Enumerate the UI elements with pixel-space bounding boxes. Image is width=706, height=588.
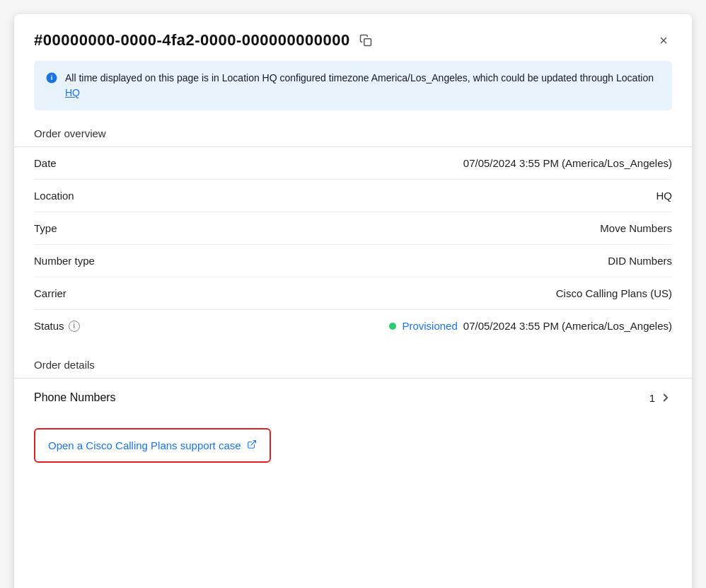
support-link-box[interactable]: Open a Cisco Calling Plans support case bbox=[34, 428, 271, 463]
overview-rows: Date 07/05/2024 3:55 PM (America/Los_Ang… bbox=[14, 147, 692, 342]
order-details-section: Order details bbox=[14, 342, 692, 371]
location-value: HQ bbox=[656, 190, 673, 202]
hq-link[interactable]: HQ bbox=[65, 87, 80, 98]
status-provisioned-label: Provisioned bbox=[402, 320, 457, 332]
type-row: Type Move Numbers bbox=[34, 212, 672, 245]
info-icon: i bbox=[45, 71, 58, 87]
order-overview-section: Order overview bbox=[14, 110, 692, 139]
number-type-label: Number type bbox=[34, 255, 95, 267]
external-link-icon bbox=[247, 439, 257, 451]
chevron-right-icon bbox=[659, 391, 672, 404]
support-link[interactable]: Open a Cisco Calling Plans support case bbox=[48, 439, 241, 451]
status-row: Status i Provisioned 07/05/2024 3:55 PM … bbox=[34, 310, 672, 342]
status-label: Status i bbox=[34, 320, 80, 332]
banner-text: All time displayed on this page is in Lo… bbox=[65, 71, 661, 100]
carrier-label: Carrier bbox=[34, 287, 66, 299]
number-type-value: DID Numbers bbox=[608, 255, 672, 267]
info-banner: i All time displayed on this page is in … bbox=[34, 61, 672, 110]
phone-numbers-row: Phone Numbers 1 bbox=[34, 379, 672, 417]
carrier-value: Cisco Calling Plans (US) bbox=[556, 287, 672, 299]
location-label: Location bbox=[34, 190, 74, 202]
number-type-row: Number type DID Numbers bbox=[34, 245, 672, 277]
location-row: Location HQ bbox=[34, 180, 672, 212]
date-value: 07/05/2024 3:55 PM (America/Los_Angeles) bbox=[463, 157, 672, 169]
svg-text:i: i bbox=[51, 74, 53, 81]
panel: #00000000-0000-4fa2-0000-000000000000 × … bbox=[14, 14, 692, 588]
status-value: Provisioned 07/05/2024 3:55 PM (America/… bbox=[389, 320, 672, 332]
details-rows: Phone Numbers 1 bbox=[14, 379, 692, 417]
status-info-icon[interactable]: i bbox=[69, 321, 80, 332]
type-label: Type bbox=[34, 222, 57, 234]
status-dot bbox=[389, 323, 396, 330]
date-label: Date bbox=[34, 157, 57, 169]
panel-header: #00000000-0000-4fa2-0000-000000000000 × bbox=[14, 14, 692, 61]
order-overview-title: Order overview bbox=[34, 127, 672, 139]
date-row: Date 07/05/2024 3:55 PM (America/Los_Ang… bbox=[34, 147, 672, 180]
order-details-title: Order details bbox=[34, 359, 672, 371]
copy-icon[interactable] bbox=[359, 33, 373, 47]
phone-numbers-label: Phone Numbers bbox=[34, 391, 116, 404]
title-row: #00000000-0000-4fa2-0000-000000000000 bbox=[34, 31, 373, 50]
close-icon[interactable]: × bbox=[655, 32, 672, 49]
type-value: Move Numbers bbox=[600, 222, 672, 234]
page-title: #00000000-0000-4fa2-0000-000000000000 bbox=[34, 31, 350, 50]
svg-rect-0 bbox=[364, 39, 371, 46]
phone-numbers-right[interactable]: 1 bbox=[649, 391, 672, 404]
carrier-row: Carrier Cisco Calling Plans (US) bbox=[34, 277, 672, 310]
phone-numbers-count: 1 bbox=[649, 392, 655, 404]
svg-line-3 bbox=[250, 441, 255, 445]
status-time: 07/05/2024 3:55 PM (America/Los_Angeles) bbox=[463, 320, 672, 332]
